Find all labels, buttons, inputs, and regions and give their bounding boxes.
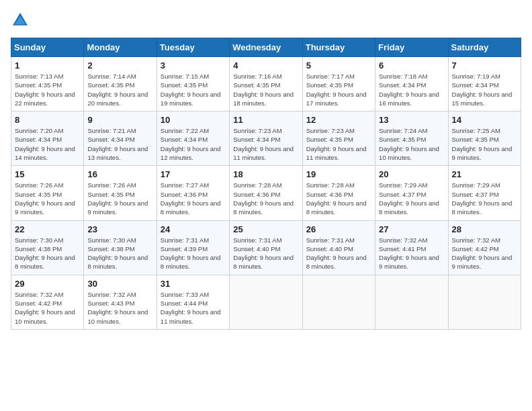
day-number: 10 bbox=[161, 115, 226, 125]
day-info: Sunrise: 7:15 AMSunset: 4:35 PMDaylight:… bbox=[161, 73, 221, 107]
day-number: 18 bbox=[233, 169, 298, 179]
day-number: 11 bbox=[233, 115, 298, 125]
calendar-cell: 18 Sunrise: 7:28 AMSunset: 4:36 PMDaylig… bbox=[230, 166, 302, 220]
calendar-cell: 20 Sunrise: 7:29 AMSunset: 4:37 PMDaylig… bbox=[375, 166, 448, 220]
calendar-cell: 30 Sunrise: 7:32 AMSunset: 4:43 PMDaylig… bbox=[84, 275, 157, 329]
day-info: Sunrise: 7:21 AMSunset: 4:34 PMDaylight:… bbox=[87, 127, 148, 161]
day-info: Sunrise: 7:16 AMSunset: 4:35 PMDaylight:… bbox=[233, 73, 294, 107]
calendar-table: SundayMondayTuesdayWednesdayThursdayFrid… bbox=[11, 38, 521, 330]
day-info: Sunrise: 7:30 AMSunset: 4:38 PMDaylight:… bbox=[87, 236, 148, 271]
day-info: Sunrise: 7:14 AMSunset: 4:35 PMDaylight:… bbox=[87, 73, 148, 107]
day-info: Sunrise: 7:17 AMSunset: 4:35 PMDaylight:… bbox=[306, 73, 367, 107]
header-sunday: Sunday bbox=[11, 38, 84, 57]
day-number: 7 bbox=[452, 60, 517, 71]
calendar-cell: 4 Sunrise: 7:16 AMSunset: 4:35 PMDayligh… bbox=[230, 57, 302, 111]
day-info: Sunrise: 7:30 AMSunset: 4:38 PMDaylight:… bbox=[15, 236, 75, 271]
calendar-cell: 1 Sunrise: 7:13 AMSunset: 4:35 PMDayligh… bbox=[11, 57, 84, 111]
day-number: 5 bbox=[306, 60, 371, 71]
day-number: 24 bbox=[161, 224, 226, 234]
day-info: Sunrise: 7:28 AMSunset: 4:36 PMDaylight:… bbox=[233, 181, 294, 216]
day-info: Sunrise: 7:29 AMSunset: 4:37 PMDaylight:… bbox=[379, 181, 439, 216]
calendar-header-row: SundayMondayTuesdayWednesdayThursdayFrid… bbox=[11, 38, 521, 57]
calendar-cell bbox=[302, 275, 375, 329]
header-wednesday: Wednesday bbox=[230, 38, 302, 57]
day-number: 28 bbox=[452, 224, 517, 234]
day-number: 9 bbox=[87, 115, 152, 125]
day-info: Sunrise: 7:29 AMSunset: 4:37 PMDaylight:… bbox=[452, 181, 513, 216]
calendar-cell: 3 Sunrise: 7:15 AMSunset: 4:35 PMDayligh… bbox=[157, 57, 229, 111]
day-info: Sunrise: 7:23 AMSunset: 4:34 PMDaylight:… bbox=[233, 127, 294, 161]
calendar-cell: 5 Sunrise: 7:17 AMSunset: 4:35 PMDayligh… bbox=[302, 57, 375, 111]
calendar-cell: 22 Sunrise: 7:30 AMSunset: 4:38 PMDaylig… bbox=[11, 220, 84, 275]
calendar-cell: 11 Sunrise: 7:23 AMSunset: 4:34 PMDaylig… bbox=[230, 111, 302, 166]
calendar-cell: 6 Sunrise: 7:18 AMSunset: 4:34 PMDayligh… bbox=[375, 57, 448, 111]
calendar-cell: 21 Sunrise: 7:29 AMSunset: 4:37 PMDaylig… bbox=[448, 166, 521, 220]
calendar-cell bbox=[375, 275, 448, 329]
day-number: 14 bbox=[452, 115, 517, 125]
calendar-cell: 7 Sunrise: 7:19 AMSunset: 4:34 PMDayligh… bbox=[448, 57, 521, 111]
calendar-cell: 10 Sunrise: 7:22 AMSunset: 4:34 PMDaylig… bbox=[157, 111, 229, 166]
day-number: 6 bbox=[379, 60, 444, 71]
calendar-cell: 31 Sunrise: 7:33 AMSunset: 4:44 PMDaylig… bbox=[157, 275, 229, 329]
day-number: 22 bbox=[15, 224, 80, 234]
calendar-week-row: 29 Sunrise: 7:32 AMSunset: 4:42 PMDaylig… bbox=[11, 275, 521, 329]
day-number: 31 bbox=[161, 279, 226, 289]
calendar-cell: 19 Sunrise: 7:28 AMSunset: 4:36 PMDaylig… bbox=[302, 166, 375, 220]
calendar-cell: 24 Sunrise: 7:31 AMSunset: 4:39 PMDaylig… bbox=[157, 220, 229, 275]
calendar-cell: 14 Sunrise: 7:25 AMSunset: 4:35 PMDaylig… bbox=[448, 111, 521, 166]
calendar-cell: 9 Sunrise: 7:21 AMSunset: 4:34 PMDayligh… bbox=[84, 111, 157, 166]
calendar-cell: 16 Sunrise: 7:26 AMSunset: 4:35 PMDaylig… bbox=[84, 166, 157, 220]
day-info: Sunrise: 7:13 AMSunset: 4:35 PMDaylight:… bbox=[15, 73, 75, 107]
day-number: 19 bbox=[306, 169, 371, 179]
day-number: 30 bbox=[87, 279, 152, 289]
calendar-cell: 28 Sunrise: 7:32 AMSunset: 4:42 PMDaylig… bbox=[448, 220, 521, 275]
calendar-week-row: 15 Sunrise: 7:26 AMSunset: 4:35 PMDaylig… bbox=[11, 166, 521, 220]
day-info: Sunrise: 7:24 AMSunset: 4:35 PMDaylight:… bbox=[379, 127, 439, 161]
day-number: 1 bbox=[15, 60, 80, 71]
calendar-cell: 23 Sunrise: 7:30 AMSunset: 4:38 PMDaylig… bbox=[84, 220, 157, 275]
calendar-cell: 8 Sunrise: 7:20 AMSunset: 4:34 PMDayligh… bbox=[11, 111, 84, 166]
calendar-cell: 15 Sunrise: 7:26 AMSunset: 4:35 PMDaylig… bbox=[11, 166, 84, 220]
day-info: Sunrise: 7:32 AMSunset: 4:42 PMDaylight:… bbox=[452, 236, 513, 271]
day-number: 2 bbox=[87, 60, 152, 71]
day-number: 16 bbox=[87, 169, 152, 179]
calendar-cell bbox=[230, 275, 302, 329]
day-info: Sunrise: 7:25 AMSunset: 4:35 PMDaylight:… bbox=[452, 127, 513, 161]
day-info: Sunrise: 7:23 AMSunset: 4:35 PMDaylight:… bbox=[306, 127, 367, 161]
day-info: Sunrise: 7:33 AMSunset: 4:44 PMDaylight:… bbox=[161, 291, 221, 325]
header-tuesday: Tuesday bbox=[157, 38, 229, 57]
calendar-cell: 12 Sunrise: 7:23 AMSunset: 4:35 PMDaylig… bbox=[302, 111, 375, 166]
day-number: 12 bbox=[306, 115, 371, 125]
header-friday: Friday bbox=[375, 38, 448, 57]
day-number: 21 bbox=[452, 169, 517, 179]
day-number: 13 bbox=[379, 115, 444, 125]
logo bbox=[11, 11, 32, 30]
day-number: 15 bbox=[15, 169, 80, 179]
calendar-week-row: 8 Sunrise: 7:20 AMSunset: 4:34 PMDayligh… bbox=[11, 111, 521, 166]
day-number: 23 bbox=[87, 224, 152, 234]
calendar-week-row: 22 Sunrise: 7:30 AMSunset: 4:38 PMDaylig… bbox=[11, 220, 521, 275]
calendar-cell: 13 Sunrise: 7:24 AMSunset: 4:35 PMDaylig… bbox=[375, 111, 448, 166]
calendar-cell: 2 Sunrise: 7:14 AMSunset: 4:35 PMDayligh… bbox=[84, 57, 157, 111]
day-info: Sunrise: 7:32 AMSunset: 4:41 PMDaylight:… bbox=[379, 236, 439, 271]
day-info: Sunrise: 7:27 AMSunset: 4:36 PMDaylight:… bbox=[161, 181, 221, 216]
day-info: Sunrise: 7:31 AMSunset: 4:40 PMDaylight:… bbox=[306, 236, 367, 271]
day-number: 29 bbox=[15, 279, 80, 289]
logo-icon bbox=[11, 11, 30, 30]
header-thursday: Thursday bbox=[302, 38, 375, 57]
calendar-cell: 25 Sunrise: 7:31 AMSunset: 4:40 PMDaylig… bbox=[230, 220, 302, 275]
day-info: Sunrise: 7:26 AMSunset: 4:35 PMDaylight:… bbox=[87, 181, 148, 216]
day-number: 20 bbox=[379, 169, 444, 179]
day-info: Sunrise: 7:31 AMSunset: 4:40 PMDaylight:… bbox=[233, 236, 294, 271]
day-info: Sunrise: 7:20 AMSunset: 4:34 PMDaylight:… bbox=[15, 127, 75, 161]
day-number: 26 bbox=[306, 224, 371, 234]
day-info: Sunrise: 7:18 AMSunset: 4:34 PMDaylight:… bbox=[379, 73, 439, 107]
calendar-cell: 29 Sunrise: 7:32 AMSunset: 4:42 PMDaylig… bbox=[11, 275, 84, 329]
page-header bbox=[11, 11, 521, 30]
day-number: 3 bbox=[161, 60, 226, 71]
day-info: Sunrise: 7:22 AMSunset: 4:34 PMDaylight:… bbox=[161, 127, 221, 161]
header-saturday: Saturday bbox=[448, 38, 521, 57]
calendar-cell: 27 Sunrise: 7:32 AMSunset: 4:41 PMDaylig… bbox=[375, 220, 448, 275]
header-monday: Monday bbox=[84, 38, 157, 57]
calendar-cell: 17 Sunrise: 7:27 AMSunset: 4:36 PMDaylig… bbox=[157, 166, 229, 220]
